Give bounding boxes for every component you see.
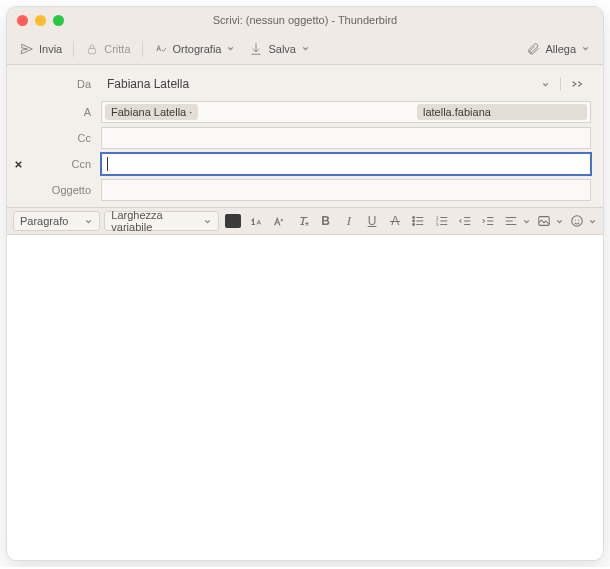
from-value: Fabiana Latella (101, 74, 195, 94)
font-size-decrease-button[interactable] (247, 211, 266, 231)
send-icon (20, 42, 34, 56)
svg-point-9 (575, 220, 576, 221)
svg-point-10 (579, 220, 580, 221)
attach-label: Allega (545, 43, 576, 55)
strikethrough-icon: A (391, 214, 399, 228)
font-size-increase-button[interactable] (270, 211, 289, 231)
main-toolbar: Invia Critta Ortografia Salva (7, 33, 603, 65)
titlebar: Scrivi: (nessun oggetto) - Thunderbird (7, 7, 603, 33)
recipient-pill[interactable]: Fabiana Latella · (105, 104, 198, 120)
chevron-down-icon (226, 44, 235, 53)
from-label: Da (19, 78, 95, 90)
svg-point-3 (413, 224, 415, 226)
separator (142, 41, 143, 57)
paragraph-style-value: Paragrafo (20, 215, 68, 227)
from-row: Da Fabiana Latella (19, 71, 591, 97)
bullet-list-button[interactable] (409, 211, 428, 231)
to-row: A Fabiana Latella · latella.fabiana (19, 101, 591, 123)
italic-button[interactable]: I (339, 211, 358, 231)
send-label: Invia (39, 43, 62, 55)
spellcheck-icon (154, 42, 168, 56)
spelling-label: Ortografia (173, 43, 222, 55)
insert-button[interactable] (535, 211, 554, 231)
show-more-headers-button[interactable] (565, 71, 591, 97)
encrypt-button[interactable]: Critta (78, 38, 137, 60)
bcc-label: Ccn (19, 158, 95, 170)
bold-button[interactable]: B (316, 211, 335, 231)
align-button[interactable] (501, 211, 520, 231)
save-icon (249, 42, 263, 56)
cc-field[interactable] (101, 127, 591, 149)
spelling-button[interactable]: Ortografia (147, 38, 243, 60)
font-family-select[interactable]: Larghezza variabile (104, 211, 219, 231)
cc-label: Cc (19, 132, 95, 144)
remove-formatting-button[interactable] (293, 211, 312, 231)
outdent-button[interactable] (455, 211, 474, 231)
cc-row: Cc (19, 127, 591, 149)
svg-rect-0 (89, 48, 96, 53)
chevron-down-icon[interactable] (588, 217, 597, 226)
svg-point-1 (413, 217, 415, 219)
text-caret (107, 157, 108, 171)
attach-button[interactable]: Allega (519, 38, 597, 60)
text-color-button[interactable] (223, 211, 242, 231)
message-body-editor[interactable] (7, 235, 603, 560)
paragraph-style-select[interactable]: Paragrafo (13, 211, 100, 231)
to-field[interactable]: Fabiana Latella · latella.fabiana (101, 101, 591, 123)
subject-field[interactable] (101, 179, 591, 201)
recipient-pill[interactable]: latella.fabiana (417, 104, 587, 120)
message-headers: Da Fabiana Latella A Fabiana Latella · (7, 65, 603, 207)
italic-icon: I (347, 213, 351, 229)
save-button[interactable]: Salva (242, 38, 317, 60)
subject-label: Oggetto (19, 184, 95, 196)
chevron-down-icon (203, 217, 212, 226)
from-dropdown[interactable] (535, 76, 556, 93)
save-label: Salva (268, 43, 296, 55)
indent-button[interactable] (478, 211, 497, 231)
separator (73, 41, 74, 57)
underline-button[interactable]: U (362, 211, 381, 231)
svg-text:3: 3 (435, 222, 438, 227)
separator (560, 77, 561, 91)
window-title: Scrivi: (nessun oggetto) - Thunderbird (7, 14, 603, 26)
bold-icon: B (321, 214, 330, 228)
chevron-down-icon (84, 217, 93, 226)
format-toolbar: Paragrafo Larghezza variabile B I U A 12… (7, 207, 603, 235)
strikethrough-button[interactable]: A (386, 211, 405, 231)
emoji-button[interactable] (568, 211, 587, 231)
lock-icon (85, 42, 99, 56)
chevron-down-icon[interactable] (555, 217, 564, 226)
send-button[interactable]: Invia (13, 38, 69, 60)
subject-row: Oggetto (19, 179, 591, 201)
svg-point-2 (413, 220, 415, 222)
font-family-value: Larghezza variabile (111, 209, 187, 233)
compose-window: Scrivi: (nessun oggetto) - Thunderbird I… (6, 6, 604, 561)
numbered-list-button[interactable]: 123 (432, 211, 451, 231)
bcc-field[interactable] (101, 153, 591, 175)
chevron-down-icon (301, 44, 310, 53)
from-field[interactable]: Fabiana Latella (101, 71, 591, 97)
bcc-row: Ccn (19, 153, 591, 175)
color-swatch-icon (225, 214, 241, 228)
chevron-down-icon (581, 44, 590, 53)
svg-point-8 (572, 216, 583, 227)
chevron-down-icon[interactable] (522, 217, 531, 226)
remove-bcc-button[interactable] (11, 157, 25, 171)
underline-icon: U (368, 214, 377, 228)
to-label: A (19, 106, 95, 118)
paperclip-icon (526, 42, 540, 56)
encrypt-label: Critta (104, 43, 130, 55)
